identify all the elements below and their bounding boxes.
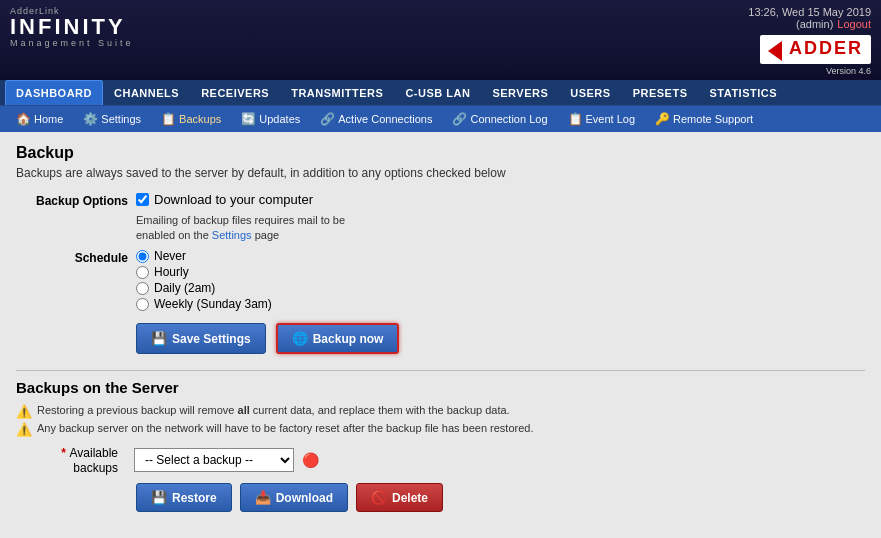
backup-options-content: Download to your computer Emailing of ba…	[136, 192, 345, 244]
settings-page-link[interactable]: Settings	[212, 229, 252, 241]
warning1-bold: all	[238, 404, 250, 416]
save-settings-button[interactable]: 💾 Save Settings	[136, 323, 266, 354]
warning-icon-2: ⚠️	[16, 422, 32, 437]
nav-tab-channels[interactable]: CHANNELS	[103, 80, 190, 105]
sub-nav-event-log[interactable]: 📋 Event Log	[560, 109, 644, 129]
adder-brand-text: ADDER	[789, 38, 863, 58]
page-title: Backup	[16, 144, 865, 162]
sub-nav-remote-support[interactable]: 🔑 Remote Support	[647, 109, 761, 129]
schedule-daily-row: Daily (2am)	[136, 281, 272, 295]
sub-nav-active-connections-label: Active Connections	[338, 113, 432, 125]
save-icon: 💾	[151, 331, 167, 346]
nav-tabs: DASHBOARD CHANNELS RECEIVERS TRANSMITTER…	[0, 80, 881, 106]
nav-tab-users[interactable]: USERS	[559, 80, 621, 105]
infinity-logo: INFINITY	[10, 16, 134, 38]
warning-row-1: ⚠️ Restoring a previous backup will remo…	[16, 404, 865, 419]
sub-nav-updates-label: Updates	[259, 113, 300, 125]
settings-icon: ⚙️	[83, 112, 98, 126]
sub-nav-updates[interactable]: 🔄 Updates	[233, 109, 308, 129]
header-time: 13:26, Wed 15 May 2019	[748, 6, 871, 18]
delete-label: Delete	[392, 491, 428, 505]
nav-tab-statistics[interactable]: STATISTICS	[699, 80, 789, 105]
schedule-weekly-row: Weekly (Sunday 3am)	[136, 297, 272, 311]
schedule-options: Never Hourly Daily (2am) Weekly (Sunday …	[136, 249, 272, 311]
restore-icon: 💾	[151, 490, 167, 505]
header-right: 13:26, Wed 15 May 2019 (admin) Logout AD…	[748, 6, 871, 76]
server-backups-title: Backups on the Server	[16, 379, 865, 396]
schedule-daily-radio[interactable]	[136, 282, 149, 295]
email-notice: Emailing of backup files requires mail t…	[136, 213, 345, 244]
available-backups-label: Available backups	[70, 446, 118, 475]
updates-icon: 🔄	[241, 112, 256, 126]
sub-nav-home[interactable]: 🏠 Home	[8, 109, 71, 129]
nav-tab-cusb-lan[interactable]: C-USB LAN	[394, 80, 481, 105]
version-text: Version 4.6	[748, 66, 871, 76]
schedule-label: Schedule	[16, 249, 136, 265]
backup-options-row: Backup Options Download to your computer…	[16, 192, 865, 244]
sub-nav-remote-support-label: Remote Support	[673, 113, 753, 125]
restore-actions: 💾 Restore 📥 Download 🚫 Delete	[136, 483, 865, 512]
header: AdderLink INFINITY Management Suite 13:2…	[0, 0, 881, 80]
schedule-weekly-label[interactable]: Weekly (Sunday 3am)	[154, 297, 272, 311]
warning1-text: Restoring a previous backup will remove …	[37, 404, 510, 416]
backup-icon: 🌐	[292, 331, 308, 346]
restore-label: Restore	[172, 491, 217, 505]
sub-nav-home-label: Home	[34, 113, 63, 125]
home-icon: 🏠	[16, 112, 31, 126]
sub-nav-connection-log[interactable]: 🔗 Connection Log	[444, 109, 555, 129]
sub-nav-event-log-label: Event Log	[586, 113, 636, 125]
warning-row-2: ⚠️ Any backup server on the network will…	[16, 422, 865, 437]
nav-tab-presets[interactable]: PRESETS	[622, 80, 699, 105]
backup-select[interactable]: -- Select a backup --	[134, 448, 294, 472]
warning-icon-1: ⚠️	[16, 404, 32, 419]
save-settings-label: Save Settings	[172, 332, 251, 346]
schedule-hourly-label[interactable]: Hourly	[154, 265, 189, 279]
nav-tab-receivers[interactable]: RECEIVERS	[190, 80, 280, 105]
sub-nav-active-connections[interactable]: 🔗 Active Connections	[312, 109, 440, 129]
available-label: * Available backups	[16, 445, 126, 475]
download-button[interactable]: 📥 Download	[240, 483, 348, 512]
download-checkbox-label[interactable]: Download to your computer	[154, 192, 313, 207]
warning1-prefix: Restoring a previous backup will remove	[37, 404, 238, 416]
backups-icon: 📋	[161, 112, 176, 126]
adder-logo: ADDER	[760, 35, 871, 64]
delete-icon: 🚫	[371, 490, 387, 505]
email-notice-line1: Emailing of backup files requires mail t…	[136, 214, 345, 226]
download-checkbox[interactable]	[136, 193, 149, 206]
nav-tab-servers[interactable]: SERVERS	[481, 80, 559, 105]
schedule-daily-label[interactable]: Daily (2am)	[154, 281, 215, 295]
nav-tab-transmitters[interactable]: TRANSMITTERS	[280, 80, 394, 105]
backup-options-label: Backup Options	[16, 192, 136, 208]
schedule-never-label[interactable]: Never	[154, 249, 186, 263]
available-row: * Available backups -- Select a backup -…	[16, 445, 865, 475]
logo-area: AdderLink INFINITY Management Suite	[10, 6, 134, 48]
restore-button[interactable]: 💾 Restore	[136, 483, 232, 512]
connection-log-icon: 🔗	[452, 112, 467, 126]
sub-nav-settings[interactable]: ⚙️ Settings	[75, 109, 149, 129]
schedule-row: Schedule Never Hourly Daily (2am) Weekly…	[16, 249, 865, 311]
admin-label: (admin)	[796, 18, 833, 30]
schedule-never-radio[interactable]	[136, 250, 149, 263]
backup-now-label: Backup now	[313, 332, 384, 346]
main-content: Backup Backups are always saved to the s…	[0, 132, 881, 538]
schedule-never-row: Never	[136, 249, 272, 263]
logout-link[interactable]: Logout	[837, 18, 871, 30]
section-divider	[16, 370, 865, 371]
schedule-hourly-radio[interactable]	[136, 266, 149, 279]
email-notice-line3: page	[255, 229, 279, 241]
schedule-weekly-radio[interactable]	[136, 298, 149, 311]
warning2-text: Any backup server on the network will ha…	[37, 422, 534, 434]
event-log-icon: 📋	[568, 112, 583, 126]
download-label: Download	[276, 491, 333, 505]
action-row: 💾 Save Settings 🌐 Backup now	[136, 323, 865, 354]
sub-nav-backups[interactable]: 📋 Backups	[153, 109, 229, 129]
delete-button[interactable]: 🚫 Delete	[356, 483, 443, 512]
available-star: *	[61, 446, 66, 460]
download-icon: 📥	[255, 490, 271, 505]
sub-nav-settings-label: Settings	[101, 113, 141, 125]
backup-now-button[interactable]: 🌐 Backup now	[276, 323, 400, 354]
info-icon: 🔴	[302, 452, 319, 468]
nav-tab-dashboard[interactable]: DASHBOARD	[5, 80, 103, 105]
email-notice-line2: enabled on the	[136, 229, 209, 241]
download-checkbox-row: Download to your computer	[136, 192, 345, 207]
